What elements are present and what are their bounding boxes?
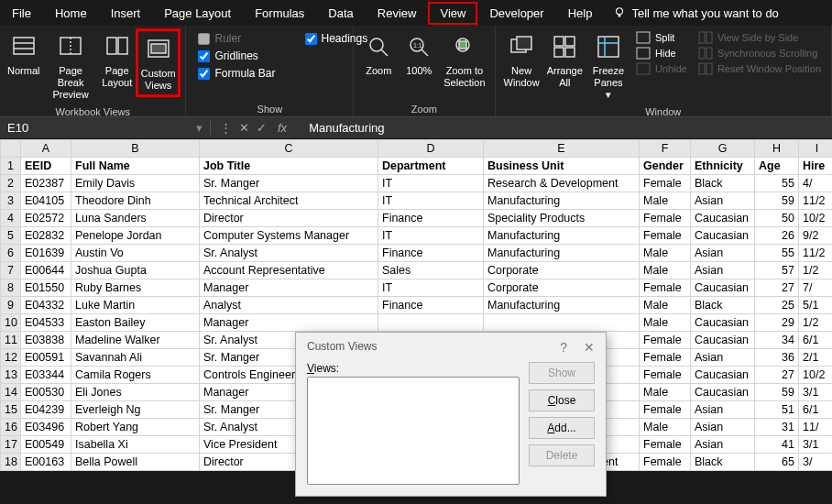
cell[interactable]: Finance — [378, 297, 484, 314]
cell[interactable]: E02832 — [21, 227, 71, 245]
cell[interactable]: Account Representative — [200, 262, 378, 279]
col-header-D[interactable]: D — [378, 140, 484, 158]
views-list[interactable] — [307, 377, 520, 485]
cell[interactable]: 41 — [755, 436, 799, 454]
cell[interactable]: E00549 — [21, 436, 71, 454]
cell[interactable]: Manufacturing — [484, 227, 640, 245]
col-header-B[interactable]: B — [71, 140, 200, 158]
cell[interactable]: Caucasian — [691, 367, 755, 384]
header-cell[interactable]: Ethnicity — [691, 158, 755, 175]
cell[interactable]: 11/ — [799, 419, 833, 436]
cell[interactable]: 55 — [755, 175, 799, 192]
cell[interactable]: E00591 — [21, 349, 71, 367]
cell[interactable]: Caucasian — [691, 384, 755, 401]
cell[interactable]: Easton Bailey — [71, 314, 200, 332]
cell[interactable]: Male — [640, 192, 691, 210]
cell[interactable]: 10/2 — [799, 210, 833, 227]
menu-help[interactable]: Help — [556, 2, 605, 25]
cell[interactable]: Manager — [200, 314, 378, 332]
custom-views-button[interactable]: CustomViews — [136, 28, 181, 97]
cell[interactable]: Manager — [200, 279, 378, 297]
cell[interactable]: Speciality Products — [484, 210, 640, 227]
name-box[interactable]: E10▾ — [0, 121, 211, 135]
cell[interactable]: E04332 — [21, 297, 71, 314]
cell[interactable]: Female — [640, 436, 691, 454]
zoom-to-selection-button[interactable]: Zoom toSelection — [439, 28, 489, 92]
new-window-button[interactable]: NewWindow — [500, 28, 543, 92]
cell[interactable]: 2/1 — [799, 349, 833, 367]
cell[interactable]: 34 — [755, 332, 799, 349]
cell[interactable]: E03496 — [21, 419, 71, 436]
cell[interactable]: Computer Systems Manager — [200, 227, 378, 245]
menu-file[interactable]: File — [0, 2, 43, 25]
cell[interactable]: Joshua Gupta — [71, 262, 200, 279]
cell[interactable]: Finance — [378, 245, 484, 262]
tell-me[interactable]: Tell me what you want to do — [613, 6, 778, 20]
cell[interactable]: E03838 — [21, 332, 71, 349]
cell[interactable] — [378, 314, 484, 332]
header-cell[interactable]: Hire — [799, 158, 833, 175]
page-layout-button[interactable]: PageLayout — [99, 28, 136, 92]
col-header-A[interactable]: A — [21, 140, 71, 158]
cell[interactable]: Sr. Analyst — [200, 245, 378, 262]
page-break-preview-button[interactable]: Page BreakPreview — [43, 28, 99, 104]
cell[interactable]: Camila Rogers — [71, 367, 200, 384]
cell[interactable]: Bella Powell — [71, 454, 200, 471]
cell[interactable]: 11/2 — [799, 192, 833, 210]
cell[interactable]: 59 — [755, 384, 799, 401]
header-cell[interactable]: Full Name — [71, 158, 200, 175]
help-icon[interactable]: ? — [560, 340, 567, 355]
check-gridlines[interactable]: Gridlines — [198, 49, 275, 62]
cell[interactable]: Eli Jones — [71, 384, 200, 401]
row-header[interactable]: 5 — [1, 227, 21, 245]
cell[interactable]: 57 — [755, 262, 799, 279]
cell[interactable]: 55 — [755, 245, 799, 262]
cell[interactable]: E01550 — [21, 279, 71, 297]
cell[interactable]: Female — [640, 210, 691, 227]
freeze-panes-button[interactable]: FreezePanes ▾ — [586, 28, 630, 104]
cell[interactable]: Male — [640, 419, 691, 436]
zoom-button[interactable]: Zoom — [358, 28, 399, 80]
menu-data[interactable]: Data — [316, 2, 365, 25]
cell[interactable]: Male — [640, 297, 691, 314]
row-header[interactable]: 1 — [1, 158, 21, 175]
cell[interactable]: Asian — [691, 436, 755, 454]
header-cell[interactable]: Age — [755, 158, 799, 175]
cell[interactable]: Research & Development — [484, 175, 640, 192]
cell[interactable]: Analyst — [200, 297, 378, 314]
cell[interactable]: E02387 — [21, 175, 71, 192]
cell[interactable]: 59 — [755, 192, 799, 210]
cell[interactable]: 65 — [755, 454, 799, 471]
header-cell[interactable]: Business Unit — [484, 158, 640, 175]
cell[interactable]: Ruby Barnes — [71, 279, 200, 297]
cell[interactable]: 7/ — [799, 279, 833, 297]
cell[interactable]: E03344 — [21, 367, 71, 384]
cell[interactable]: 3/1 — [799, 384, 833, 401]
cell[interactable]: IT — [378, 175, 484, 192]
cell[interactable]: Caucasian — [691, 332, 755, 349]
close-icon[interactable]: ✕ — [584, 340, 595, 355]
cell[interactable]: Luna Sanders — [71, 210, 200, 227]
cell[interactable]: 3/1 — [799, 436, 833, 454]
cell[interactable]: Theodore Dinh — [71, 192, 200, 210]
header-cell[interactable]: Department — [378, 158, 484, 175]
cell[interactable]: Black — [691, 297, 755, 314]
row-header[interactable]: 15 — [1, 401, 21, 419]
expand-icon[interactable]: ⋮ — [220, 121, 232, 135]
cell[interactable]: 27 — [755, 279, 799, 297]
row-header[interactable]: 17 — [1, 436, 21, 454]
cell[interactable]: Female — [640, 227, 691, 245]
cell[interactable]: E00530 — [21, 384, 71, 401]
cell[interactable]: Manufacturing — [484, 245, 640, 262]
split-button[interactable]: Split — [636, 31, 687, 44]
cell[interactable]: 26 — [755, 227, 799, 245]
cell[interactable]: E04105 — [21, 192, 71, 210]
cell[interactable]: Corporate — [484, 279, 640, 297]
menu-page-layout[interactable]: Page Layout — [152, 2, 243, 25]
header-cell[interactable]: Job Title — [200, 158, 378, 175]
menu-insert[interactable]: Insert — [99, 2, 153, 25]
row-header[interactable]: 3 — [1, 192, 21, 210]
cell[interactable]: Female — [640, 367, 691, 384]
cell[interactable]: IT — [378, 192, 484, 210]
row-header[interactable]: 12 — [1, 349, 21, 367]
